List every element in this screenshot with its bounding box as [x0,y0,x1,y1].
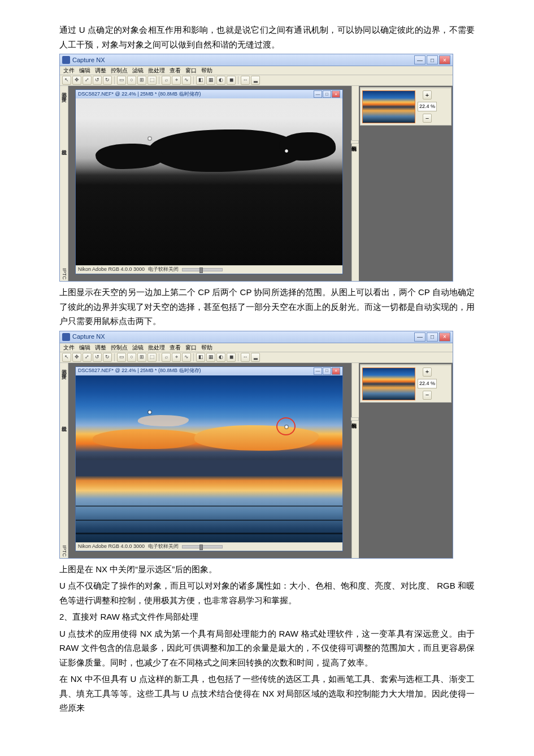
tool-gradient[interactable]: ◧ [196,76,205,85]
u-point-marker[interactable] [285,149,288,153]
right-rail-strip [351,363,359,558]
tool-rotate-cw[interactable]: ↻ [103,353,112,362]
tool-eyedrop[interactable]: ⌕ [162,353,171,362]
doc-minimize-button[interactable]: — [314,368,322,375]
doc-close-button[interactable]: × [332,90,340,98]
rail-iptc[interactable]: IPTC [59,267,68,281]
app-icon [62,56,70,64]
menu-filter[interactable]: 滤镜 [132,66,144,75]
zoom-in-icon[interactable]: + [423,90,432,100]
menu-edit[interactable]: 编辑 [79,66,90,75]
tool-lasso[interactable]: ⬚ [147,76,157,85]
menu-file[interactable]: 文件 [63,343,75,352]
menu-batch[interactable]: 批处理 [148,343,165,352]
menu-window[interactable]: 窗口 [185,66,197,75]
tool-rect[interactable]: ▭ [117,76,126,85]
tool-histo[interactable]: ▂ [251,76,260,85]
zoom-in-icon[interactable]: + [423,368,432,377]
menu-adjust[interactable]: 调整 [95,343,106,352]
window-maximize-button[interactable]: □ [427,55,438,64]
menu-view[interactable]: 查看 [170,66,181,75]
tool-rotate-ccw[interactable]: ↺ [93,353,102,362]
rail-filedir[interactable]: 文件目录 [59,92,68,94]
birdseye-zoom-controls: + 22.4 % − [418,90,437,123]
menu-cp[interactable]: 控制点 [111,66,128,75]
tool-zoom[interactable]: ⤢ [83,76,92,85]
canvas-area: DSC5827.NEF* @ 22.4% | 25MB * (80.8MB 临时… [68,86,359,281]
zoom-value[interactable]: 22.4 % [418,102,437,111]
zoom-value[interactable]: 22.4 % [418,379,437,388]
window-close-button[interactable]: × [439,332,450,342]
menu-filter[interactable]: 滤镜 [132,343,144,352]
document-canvas[interactable] [76,375,342,542]
para-7: 在 NX 中不但具有 U 点这样的新工具，也包括了一些传统的选区工具，如画笔工具… [59,672,475,715]
tool-bw[interactable]: ◐ [216,76,225,85]
zoom-out-icon[interactable]: − [423,391,432,400]
tool-histo[interactable]: ▂ [251,353,260,362]
tool-compare[interactable]: ↔ [241,76,250,85]
tool-ellipse[interactable]: ○ [127,353,136,362]
rail-filedir[interactable]: 文件目录 [59,369,68,371]
menu-view[interactable]: 查看 [170,343,181,352]
tool-crop[interactable]: ⊞ [137,353,146,362]
window-maximize-button[interactable]: □ [427,332,438,342]
doc-close-button[interactable]: × [332,368,340,375]
status-slider[interactable] [182,545,223,548]
menu-help[interactable]: 帮助 [201,66,212,75]
window-minimize-button[interactable]: — [414,55,426,64]
tool-hand[interactable]: ✥ [72,353,81,362]
birdseye-thumb[interactable] [362,368,415,400]
zoom-out-icon[interactable]: − [423,114,432,123]
tool-compare[interactable]: ↔ [241,353,250,362]
tool-sep [193,353,194,361]
menu-window[interactable]: 窗口 [185,343,197,352]
app-window-1: Capture NX — □ × 文件 编辑 调整 控制点 滤镜 批处理 查看 … [59,54,453,282]
status-slider[interactable] [182,268,223,271]
u-point-marker[interactable] [148,411,151,414]
selection-mask-image [76,98,342,265]
tool-grid[interactable]: ▦ [206,76,215,85]
document-canvas[interactable] [76,98,342,265]
tool-bw[interactable]: ◐ [216,353,225,362]
menu-batch[interactable]: 批处理 [148,66,165,75]
tool-fill[interactable]: ◼ [227,353,236,362]
menu-edit[interactable]: 编辑 [79,343,90,352]
app-title: Capture NX [72,55,413,66]
rail-iptc[interactable]: IPTC [59,544,68,558]
tool-hand[interactable]: ✥ [72,76,81,85]
tool-arrow[interactable]: ↖ [62,353,71,362]
doc-minimize-button[interactable]: — [314,90,322,98]
tool-fill[interactable]: ◼ [227,76,236,85]
u-point-marker[interactable] [148,137,151,140]
menu-help[interactable]: 帮助 [201,343,212,352]
birdseye-thumb[interactable] [362,90,415,123]
tool-rotate-ccw[interactable]: ↺ [93,76,102,85]
tool-arrow[interactable]: ↖ [62,76,71,85]
tool-curve[interactable]: ∿ [182,76,191,85]
rail-camera[interactable]: 相机设置 [59,421,68,424]
tool-gradient[interactable]: ◧ [196,353,205,362]
tool-rect[interactable]: ▭ [117,353,126,362]
tool-lasso[interactable]: ⬚ [147,353,157,362]
tool-zoom[interactable]: ⤢ [83,353,92,362]
rail-browser[interactable]: 浏览器 [59,364,68,366]
menu-file[interactable]: 文件 [63,66,75,75]
tool-eyedrop[interactable]: ⌕ [162,76,171,85]
editlist-tab[interactable]: 编辑列表 [351,140,359,144]
doc-maximize-button[interactable]: □ [323,368,331,375]
doc-maximize-button[interactable]: □ [323,90,331,98]
tool-target[interactable]: ⌖ [172,76,181,85]
window-minimize-button[interactable]: — [414,332,426,342]
menu-adjust[interactable]: 调整 [95,66,106,75]
tool-grid[interactable]: ▦ [206,353,215,362]
window-close-button[interactable]: × [439,55,450,64]
rail-browser[interactable]: 浏览器 [59,87,68,89]
tool-ellipse[interactable]: ○ [127,76,136,85]
tool-target[interactable]: ⌖ [172,353,181,362]
rail-camera[interactable]: 相机设置 [59,145,68,147]
tool-rotate-cw[interactable]: ↻ [103,76,112,85]
tool-curve[interactable]: ∿ [182,353,191,362]
editlist-tab[interactable]: 编辑列表 [351,417,359,421]
tool-crop[interactable]: ⊞ [137,76,146,85]
menu-cp[interactable]: 控制点 [111,343,128,352]
